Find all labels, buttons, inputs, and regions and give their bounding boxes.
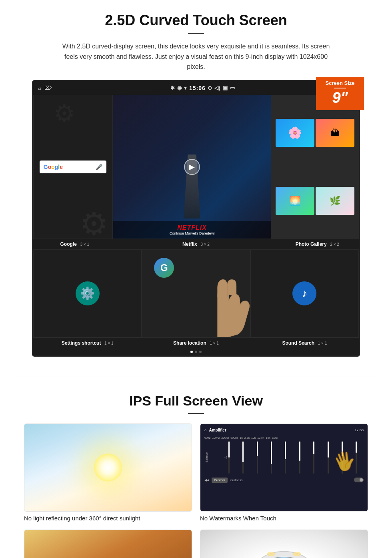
section-curved-screen: 2.5D Curved Touch Screen With 2.5D curve… xyxy=(0,0,392,365)
share-location-cell[interactable]: G xyxy=(142,249,250,337)
title-underline xyxy=(188,33,204,34)
loudness-toggle[interactable] xyxy=(354,478,364,482)
balance-label: Balance xyxy=(205,452,208,462)
car-visual xyxy=(200,530,368,558)
camera-icon: ⊙ xyxy=(208,85,212,91)
sound-app-size: 1 × 1 xyxy=(316,341,327,345)
cheetah-visual xyxy=(24,530,192,558)
amplifier-image: ⌂ Amplifier 17:33 60hz100hz200hz500hz1k2… xyxy=(200,424,368,512)
sound-app-name: Sound Search xyxy=(282,340,314,346)
car-top-view-svg xyxy=(236,546,332,558)
google-label-cell: Google 3 × 1 xyxy=(33,241,116,247)
app-labels-row1: Google 3 × 1 Netflix 3 × 2 Photo Gallery… xyxy=(33,239,359,249)
settings-app-size: 1 × 1 xyxy=(102,341,113,345)
gallery-photo-3: 🌅 xyxy=(276,187,314,215)
status-time: 15:06 xyxy=(189,85,206,91)
hand-pointing-icon xyxy=(190,261,250,337)
settings-shadow-2: ⚙ xyxy=(54,99,75,127)
ips-title: IPS Full Screen View xyxy=(24,393,368,409)
sunlight-image xyxy=(24,424,192,512)
section-description: With 2.5D curved-display screen, this de… xyxy=(56,41,336,72)
google-search-bar[interactable]: Google 🎤 xyxy=(40,161,106,173)
photo-gallery-cell[interactable]: 🌸 🏔 🌅 🌿 xyxy=(271,95,359,239)
netflix-app-size: 3 × 2 xyxy=(198,242,210,247)
app-grid-top: ⚙ ⚙ Google 🎤 ▶ NETFLI xyxy=(33,95,359,239)
dot-1[interactable] xyxy=(190,351,193,353)
android-screen: ⌂ ⌦ ✱ ◉ ▾ 15:06 ⊙ ◁) ▣ ▭ xyxy=(32,80,360,357)
window-icon: ▭ xyxy=(230,85,235,91)
gallery-app-size: 2 × 2 xyxy=(328,242,339,247)
amp-title: Amplifier xyxy=(209,428,226,432)
badge-label: Screen Size xyxy=(320,80,360,86)
amp-loudness-label: loudness xyxy=(230,478,352,482)
feature-grid: No light reflecting under 360° direct su… xyxy=(24,424,368,558)
google-logo: Google xyxy=(44,164,63,170)
section-divider xyxy=(16,377,376,377)
svg-point-23 xyxy=(292,552,301,556)
cheetah-image xyxy=(24,530,192,558)
bluetooth-icon: ✱ xyxy=(170,85,175,91)
gallery-photo-2: 🏔 xyxy=(316,119,354,147)
share-label-cell: Share location 1 × 1 xyxy=(142,340,250,346)
location-icon: ◉ xyxy=(177,85,182,91)
google-maps-icon: G xyxy=(154,258,174,278)
dot-3[interactable] xyxy=(199,351,202,353)
car-image xyxy=(200,530,368,558)
music-note-icon: ♪ xyxy=(302,287,307,300)
badge-size: 9" xyxy=(332,89,348,106)
screen-wrapper: Screen Size 9" ⌂ ⌦ ✱ ◉ ▾ 15:06 ⊙ ◁) xyxy=(32,80,360,357)
feature-car: Large Viewing Angle xyxy=(200,530,368,558)
amp-custom-button[interactable]: Custom xyxy=(212,478,228,483)
share-app-size: 1 × 1 xyxy=(208,341,219,345)
gallery-photo-1: 🌸 xyxy=(276,119,314,147)
home-icon[interactable]: ⌂ xyxy=(38,85,41,91)
google-mic-icon[interactable]: 🎤 xyxy=(96,164,102,170)
sound-search-cell[interactable]: ♪ xyxy=(250,249,359,337)
sunlight-label: No light reflecting under 360° direct su… xyxy=(24,515,192,522)
settings-label-cell: Settings shortcut 1 × 1 xyxy=(33,340,142,346)
badge-divider xyxy=(334,88,346,88)
amp-time: 17:33 xyxy=(354,428,364,432)
amplifier-visual: ⌂ Amplifier 17:33 60hz100hz200hz500hz1k2… xyxy=(200,424,368,511)
volume-icon: ◁) xyxy=(214,85,221,91)
netflix-play-button[interactable]: ▶ xyxy=(184,159,200,175)
dot-2[interactable] xyxy=(195,351,197,353)
netflix-app-cell[interactable]: ▶ NETFLIX Continue Marvel's Daredevil xyxy=(113,95,271,239)
usb-icon: ⌦ xyxy=(44,85,52,91)
app-grid-bottom: ⚙️ G xyxy=(33,249,359,337)
pagination-dots xyxy=(33,348,359,355)
ips-title-underline xyxy=(188,413,204,414)
wifi-icon: ▾ xyxy=(184,85,187,91)
svg-point-22 xyxy=(267,552,276,556)
section-ips-screen: IPS Full Screen View No light reflecting… xyxy=(0,389,392,558)
main-title: 2.5D Curved Touch Screen xyxy=(24,12,368,29)
google-app-cell[interactable]: ⚙ ⚙ Google 🎤 xyxy=(33,95,113,239)
amp-footer: ◀◀ Custom loudness xyxy=(204,478,364,483)
amp-back-icon: ◀◀ xyxy=(204,478,209,482)
settings-app-cell[interactable]: ⚙️ xyxy=(33,249,142,337)
watermarks-label: No Watermarks When Touch xyxy=(200,515,368,522)
feature-cheetah: Super Fast Response xyxy=(24,530,192,558)
status-center: ✱ ◉ ▾ 15:06 ⊙ ◁) ▣ ▭ xyxy=(52,85,354,91)
feature-watermarks: ⌂ Amplifier 17:33 60hz100hz200hz500hz1k2… xyxy=(200,424,368,522)
home-icon-amp: ⌂ xyxy=(204,428,206,432)
battery-icon: ▣ xyxy=(223,85,228,91)
status-left-icons: ⌂ ⌦ xyxy=(38,85,52,91)
amp-header: ⌂ Amplifier 17:33 xyxy=(204,428,364,432)
sound-label-cell: Sound Search 1 × 1 xyxy=(250,340,359,346)
settings-icon-circle: ⚙️ xyxy=(76,281,100,305)
sound-icon-circle: ♪ xyxy=(292,281,316,305)
settings-app-name: Settings shortcut xyxy=(62,340,101,346)
sun-glow xyxy=(94,454,122,482)
fader-label: ◁) xyxy=(224,456,227,459)
amp-freq-labels: 60hz100hz200hz500hz1k2.5k10k12.5k15kSUB xyxy=(204,436,364,439)
google-app-name: Google xyxy=(60,241,77,247)
status-bar: ⌂ ⌦ ✱ ◉ ▾ 15:06 ⊙ ◁) ▣ ▭ xyxy=(33,81,359,95)
netflix-label-cell: Netflix 3 × 2 xyxy=(116,241,276,247)
netflix-logo: NETFLIX xyxy=(117,224,267,231)
sunlight-visual xyxy=(24,424,192,511)
cheetah-svg xyxy=(68,554,148,558)
settings-shadow-1: ⚙ xyxy=(80,205,108,239)
gallery-photo-4: 🌿 xyxy=(316,187,354,215)
settings-gear-icon: ⚙️ xyxy=(80,286,95,300)
